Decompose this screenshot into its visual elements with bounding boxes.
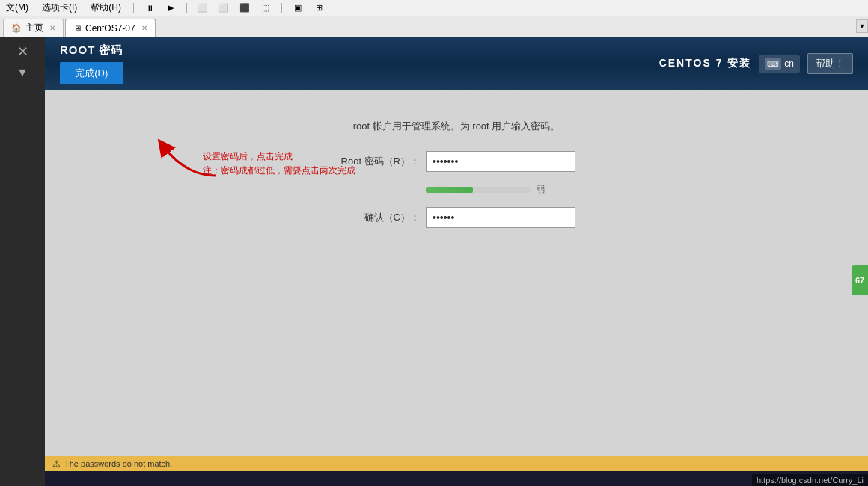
annotation-line1: 设置密码后，点击完成: [203, 150, 355, 164]
sidebar-arrow-icon[interactable]: ▼: [16, 66, 28, 79]
left-sidebar: ✕ ▼: [0, 37, 45, 486]
tab-scroll-btn[interactable]: ▼: [856, 19, 868, 33]
tab-home-label: 主页: [25, 22, 43, 34]
divider2: [186, 3, 187, 13]
divider3: [281, 3, 282, 13]
strength-row: 弱: [426, 184, 545, 195]
header-right: CENTOS 7 安装 ⌨ cn 帮助！: [659, 53, 853, 74]
url-bar: https://blog.csdn.net/Curry_Li: [752, 474, 868, 486]
page-title: ROOT 密码: [60, 43, 123, 58]
sidebar-close-icon[interactable]: ✕: [17, 43, 28, 60]
done-button[interactable]: 完成(D): [60, 62, 123, 84]
form-area: root 帐户用于管理系统。为 root 用户输入密码。 设置密码后，点击完成 …: [337, 120, 575, 228]
centos-content: root 帐户用于管理系统。为 root 用户输入密码。 设置密码后，点击完成 …: [45, 90, 868, 471]
url-text: https://blog.csdn.net/Curry_Li: [757, 476, 864, 485]
menu-item-tabs[interactable]: 选项卡(I): [39, 0, 80, 16]
warning-bar: ⚠ The passwords do not match.: [45, 456, 868, 471]
confirm-row: 确认（C）：: [337, 207, 575, 228]
tab-centos-close[interactable]: ✕: [141, 24, 147, 32]
tab-home[interactable]: 🏠 主页 ✕: [3, 19, 64, 37]
help-button[interactable]: 帮助！: [807, 53, 853, 74]
float-button[interactable]: 67: [852, 265, 868, 295]
tab-centos[interactable]: 🖥 CentOS7-07 ✕: [65, 19, 156, 37]
toolbar-icon-vm2[interactable]: ⬜: [217, 1, 230, 15]
menu-bar: 文(M) 选项卡(I) 帮助(H) ⏸ ▶ ⬜ ⬜ ⬛ ⬚ ▣ ⊞: [0, 0, 868, 16]
centos-header: ROOT 密码 完成(D) CENTOS 7 安装 ⌨ cn 帮助！: [45, 37, 868, 90]
password-row: Root 密码（R）：: [337, 151, 575, 172]
home-icon: 🏠: [11, 23, 22, 33]
menu-item-file[interactable]: 文(M): [3, 0, 31, 16]
centos-screen: ROOT 密码 完成(D) CENTOS 7 安装 ⌨ cn 帮助！: [45, 37, 868, 471]
tab-home-close[interactable]: ✕: [49, 24, 55, 32]
tab-centos-label: CentOS7-07: [85, 23, 135, 34]
warning-icon: ⚠: [52, 458, 61, 469]
keyboard-icon: ⌨: [765, 58, 781, 70]
annotation-text: 设置密码后，点击完成 注：密码成都过低，需要点击两次完成: [203, 150, 355, 178]
menu-item-help[interactable]: 帮助(H): [88, 0, 124, 16]
toolbar-icon-vm3[interactable]: ⬛: [238, 1, 251, 15]
divider: [133, 3, 134, 13]
lang-selector[interactable]: ⌨ cn: [759, 55, 800, 73]
strength-bar-fill: [426, 187, 473, 193]
warning-text: The passwords do not match.: [64, 459, 172, 468]
lang-code: cn: [784, 58, 794, 69]
toolbar-icon-vm6[interactable]: ⊞: [312, 1, 326, 15]
centos-icon: 🖥: [73, 24, 82, 33]
form-description: root 帐户用于管理系统。为 root 用户输入密码。: [337, 120, 575, 133]
centos-install-title: CENTOS 7 安装: [659, 57, 752, 70]
toolbar-icon-arrow[interactable]: ▶: [164, 1, 177, 15]
header-left: ROOT 密码 完成(D): [60, 43, 123, 84]
password-input[interactable]: [426, 151, 575, 172]
confirm-label: 确认（C）：: [337, 211, 420, 224]
vm-container: ROOT 密码 完成(D) CENTOS 7 安装 ⌨ cn 帮助！: [45, 37, 868, 486]
toolbar-icon-vm5[interactable]: ▣: [291, 1, 305, 15]
toolbar-icon-vm1[interactable]: ⬜: [196, 1, 210, 15]
strength-label: 弱: [537, 184, 545, 195]
annotation-line2: 注：密码成都过低，需要点击两次完成: [203, 164, 355, 178]
toolbar-icon-vm4[interactable]: ⬚: [259, 1, 272, 15]
strength-bar-container: [426, 187, 531, 193]
confirm-input[interactable]: [426, 207, 575, 228]
tab-bar: 🏠 主页 ✕ 🖥 CentOS7-07 ✕ ▼: [0, 16, 868, 37]
toolbar-icon-pause[interactable]: ⏸: [143, 1, 156, 15]
